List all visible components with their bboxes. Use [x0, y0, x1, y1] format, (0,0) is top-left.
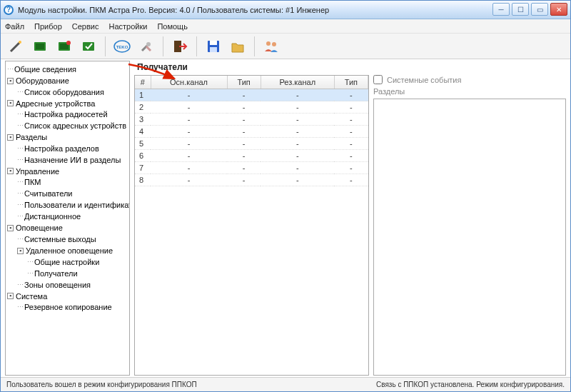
tool-board2-icon[interactable] [54, 36, 75, 57]
cell-num: 4 [135, 126, 151, 138]
tool-users-icon[interactable] [261, 36, 282, 57]
cell-res: - [261, 114, 334, 126]
col-main-channel[interactable]: Осн.канал [151, 76, 227, 89]
tree-remote[interactable]: Дистанционное [24, 212, 81, 221]
toggle-icon[interactable]: ▪ [7, 78, 14, 84]
tree-equipment[interactable]: Оборудование [16, 76, 69, 85]
tree-backup[interactable]: Резервное копирование [24, 303, 112, 311]
tree-recipients[interactable]: Получатели [34, 268, 78, 277]
tree-sections-setup[interactable]: Настройка разделов [24, 144, 99, 152]
recipients-table[interactable]: # Осн.канал Тип Рез.канал Тип 1----2----… [135, 76, 368, 186]
tree-remote-notify[interactable]: Удаленное оповещение [26, 246, 113, 255]
tree-addr-list[interactable]: Список адресных устройств [24, 121, 126, 130]
cell-main: - [151, 126, 227, 138]
close-button[interactable]: ✕ [550, 3, 567, 16]
status-left: Пользователь вошел в режим конфигурирова… [6, 381, 197, 388]
tree-ii-assign[interactable]: Назначение ИИ в разделы [24, 155, 121, 164]
table-row[interactable]: 8---- [135, 174, 368, 186]
table-row[interactable]: 3---- [135, 114, 368, 126]
system-events-checkbox[interactable]: Системные события [373, 75, 566, 84]
cell-res: - [261, 150, 334, 162]
table-row[interactable]: 7---- [135, 162, 368, 174]
svg-rect-14 [210, 47, 217, 52]
cell-type1: - [227, 162, 261, 174]
titlebar: ? Модуль настройки. ПКМ Астра Pro. Верси… [1, 1, 570, 19]
tool-tools-icon[interactable] [136, 36, 157, 57]
toolbar: TEKO [1, 34, 570, 59]
table-row[interactable]: 1---- [135, 89, 368, 101]
recipients-table-wrap: # Осн.канал Тип Рез.канал Тип 1----2----… [134, 75, 369, 376]
tree-users-ids[interactable]: Пользователи и идентификаторы [24, 201, 130, 209]
table-row[interactable]: 4---- [135, 126, 368, 138]
cell-res: - [261, 138, 334, 150]
window-title: Модуль настройки. ПКМ Астра Pro. Версия:… [18, 6, 329, 14]
sections-label: Разделы [373, 87, 566, 96]
col-type1[interactable]: Тип [227, 76, 261, 89]
tree-general-settings[interactable]: Общие настройки [34, 257, 99, 266]
toggle-icon[interactable]: ▪ [7, 293, 14, 299]
menu-help[interactable]: Помощь [157, 22, 188, 31]
tree-pkm[interactable]: ПКМ [24, 178, 41, 186]
col-num[interactable]: # [135, 76, 151, 89]
svg-text:TEKO: TEKO [116, 45, 128, 49]
system-events-label: Системные события [387, 76, 461, 84]
cell-type1: - [227, 174, 261, 186]
tree-general[interactable]: Общие сведения [14, 65, 76, 74]
svg-rect-13 [210, 41, 217, 45]
cell-res: - [261, 174, 334, 186]
page-title: Получатели [134, 61, 566, 75]
svg-point-1 [19, 41, 21, 44]
tree-system[interactable]: Система [16, 291, 47, 300]
cell-num: 8 [135, 174, 151, 186]
tree-notify-zones[interactable]: Зоны оповещения [24, 280, 91, 288]
toggle-icon[interactable]: ▪ [7, 134, 14, 141]
cell-num: 7 [135, 162, 151, 174]
table-row[interactable]: 6---- [135, 150, 368, 162]
sections-list[interactable] [373, 99, 566, 376]
tool-board3-icon[interactable] [78, 36, 99, 57]
cell-main: - [151, 150, 227, 162]
tree-addr-devices[interactable]: Адресные устройства [16, 99, 95, 107]
minimize-button[interactable]: ─ [492, 3, 510, 16]
tool-board1-icon[interactable] [29, 36, 51, 57]
tree-readers[interactable]: Считыватели [24, 189, 72, 198]
menu-file[interactable]: Файл [5, 22, 24, 31]
tool-exit-icon[interactable] [169, 36, 191, 57]
tree-sections[interactable]: Разделы [16, 133, 47, 141]
tool-folder-icon[interactable] [227, 36, 248, 57]
menu-service[interactable]: Сервис [72, 22, 99, 31]
toggle-icon[interactable]: ▪ [7, 100, 14, 106]
tree-control[interactable]: Управление [16, 166, 59, 175]
cell-num: 3 [135, 114, 151, 126]
maximize-button[interactable]: ▭ [531, 3, 548, 16]
separator [105, 36, 106, 56]
col-type2[interactable]: Тип [334, 76, 368, 89]
tree-notify[interactable]: Оповещение [16, 223, 63, 232]
menu-device[interactable]: Прибор [34, 22, 62, 31]
cell-type2: - [334, 138, 368, 150]
menubar: Файл Прибор Сервис Настройки Помощь [1, 19, 570, 34]
tool-wand-icon[interactable] [5, 36, 26, 57]
separator [254, 36, 255, 56]
toggle-icon[interactable]: ▪ [17, 248, 24, 254]
cell-type1: - [227, 150, 261, 162]
tree-sys-outputs[interactable]: Системные выходы [24, 235, 96, 243]
nav-tree[interactable]: Общие сведения ▪Оборудование Список обор… [5, 61, 130, 376]
system-events-input[interactable] [373, 75, 383, 84]
tool-save-icon[interactable] [203, 36, 224, 57]
separator [163, 36, 163, 56]
toggle-icon[interactable]: ▪ [7, 225, 14, 231]
tree-equipment-list[interactable]: Список оборудования [24, 87, 104, 96]
cell-main: - [151, 174, 227, 186]
col-res-channel[interactable]: Рез.канал [261, 76, 334, 89]
separator [196, 36, 197, 56]
restore-button[interactable]: ☐ [512, 3, 529, 16]
table-row[interactable]: 5---- [135, 138, 368, 150]
table-row[interactable]: 2---- [135, 101, 368, 114]
toggle-icon[interactable]: ▪ [7, 168, 14, 174]
tree-radio-setup[interactable]: Настройка радиосетей [24, 110, 108, 119]
menu-settings[interactable]: Настройки [108, 22, 147, 31]
cell-num: 2 [135, 101, 151, 114]
tool-teko-icon[interactable]: TEKO [111, 36, 133, 57]
cell-res: - [261, 162, 334, 174]
